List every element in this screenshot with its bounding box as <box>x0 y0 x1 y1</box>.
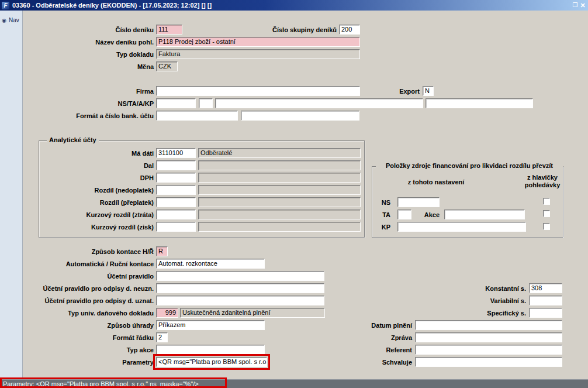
format-radku-label: Formát řádku <box>23 334 154 342</box>
referent-label: Referent <box>339 346 412 354</box>
kurzovy-rozdil-ztrata-label: Kurzový rozdíl (ztráta) <box>47 211 154 219</box>
nazev-deniku-label: Název deníku pohl. <box>23 39 154 46</box>
ucetni-pravidlo-uznat-label: Účetní pravidlo pro odpisy d. uznat. <box>23 297 154 305</box>
schvaluje-label: Schvaluje <box>339 359 412 366</box>
format-radku-field[interactable]: 2 <box>156 332 168 342</box>
ucetni-pravidlo-field[interactable] <box>156 271 324 281</box>
ma-dati-account-field[interactable]: 3110100 <box>156 148 196 158</box>
dal-account-field[interactable] <box>156 160 196 170</box>
ns-field[interactable] <box>397 197 440 207</box>
col-z-hlavicky-label-line2: pohledávky <box>520 181 565 189</box>
dph-label: DPH <box>47 174 154 182</box>
datum-plneni-field[interactable] <box>415 320 562 330</box>
col-z-hlavicky-label-line1: z hlavičky <box>520 174 565 181</box>
referent-field[interactable] <box>415 345 562 355</box>
ma-dati-name-field: Odběratelé <box>198 148 361 158</box>
firma-field[interactable] <box>156 86 360 96</box>
kurzovy-rozdil-ztrata-name-field <box>198 210 361 219</box>
schvaluje-field[interactable] <box>415 357 562 367</box>
dph-account-field[interactable] <box>156 173 196 183</box>
rozdil-preplatek-label: Rozdíl (přeplatek) <box>47 199 154 207</box>
kurzovy-rozdil-zisk-account-field[interactable] <box>156 222 196 232</box>
akce-field[interactable] <box>444 210 525 219</box>
dal-label: Dal <box>47 162 154 170</box>
parametry-field[interactable]: <QR msg="Platba pro BBM spol. s r.o." <box>156 357 267 367</box>
typ-akce-field[interactable] <box>156 345 265 355</box>
typ-univ-dokladu-name-field: Uskutečněná zdanitelná plnění <box>180 308 325 318</box>
kontace-field[interactable]: Automat. rozkontace <box>156 259 265 269</box>
kurzovy-rozdil-ztrata-account-field[interactable] <box>156 210 196 219</box>
rozdil-preplatek-account-field[interactable] <box>156 197 196 207</box>
polozky-zdroje-title: Položky zdroje financování pro likvidaci… <box>376 162 563 170</box>
format-bank-uctu-field-1[interactable] <box>156 111 238 121</box>
titlebar: F 03360 - Odběratelské deníky (EKODDEN) … <box>0 0 588 11</box>
nazev-deniku-field[interactable]: P118 Prodej zboží - ostatní <box>156 37 360 47</box>
ns-prevzit-checkbox[interactable] <box>543 198 550 205</box>
konstantni-s-label: Konstantní s. <box>456 285 526 293</box>
window-title: 03360 - Odběratelské deníky (EKODDEN) - … <box>12 2 212 9</box>
dal-name-field <box>198 160 361 170</box>
ta-prevzit-checkbox[interactable] <box>543 210 550 217</box>
datum-plneni-label: Datum plnění <box>339 322 412 329</box>
kurzovy-rozdil-zisk-name-field <box>198 222 361 232</box>
zpusob-kontace-field[interactable]: R <box>156 246 168 256</box>
konstantni-s-field[interactable]: 308 <box>529 283 562 293</box>
typ-univ-dokladu-label: Typ univ. daňového dokladu <box>23 310 154 317</box>
ns-ta-a-kp-label: NS/TA/A/KP <box>23 100 154 108</box>
ns-ta-a-kp-field-4[interactable] <box>426 98 533 108</box>
kp-label: KP <box>368 224 390 231</box>
analyticke-ucty-title: Analytické účty <box>47 136 99 144</box>
akce-label: Akce <box>409 211 440 219</box>
cislo-skupiny-deniku-label: Číslo skupiny deníků <box>251 26 337 34</box>
statusbar-text: Parametry: <QR msg="Platba pro BBM spol.… <box>3 380 199 387</box>
zpusob-uhrady-field[interactable]: Příkazem <box>156 320 265 330</box>
app-icon: F <box>2 2 9 9</box>
ucetni-pravidlo-neuzn-field[interactable] <box>156 283 324 293</box>
col-z-tohoto-nastaveni-label: z tohoto nastavení <box>387 178 485 186</box>
kurzovy-rozdil-zisk-label: Kurzový rozdíl (zisk) <box>47 224 154 231</box>
rozdil-preplatek-name-field <box>198 197 361 207</box>
variabilni-s-label: Variabilní s. <box>456 297 526 305</box>
typ-akce-label: Typ akce <box>23 346 154 354</box>
variabilni-s-field[interactable] <box>529 296 562 305</box>
export-field[interactable]: N <box>423 86 434 96</box>
kontace-label: Automatická / Ruční kontace <box>23 260 154 268</box>
ucetni-pravidlo-label: Účetní pravidlo <box>23 273 154 280</box>
zprava-field[interactable] <box>415 332 562 342</box>
mena-label: Měna <box>23 63 154 71</box>
sidebar: ◉ Nav <box>0 11 23 379</box>
typ-dokladu-label: Typ dokladu <box>23 51 154 59</box>
ucetni-pravidlo-neuzn-label: Účetní pravidlo pro odpisy d. neuzn. <box>23 285 154 293</box>
zpusob-kontace-label: Způsob kontace H/Ř <box>23 248 154 256</box>
rozdil-nedoplatek-label: Rozdíl (nedoplatek) <box>47 187 154 194</box>
rozdil-nedoplatek-account-field[interactable] <box>156 185 196 195</box>
ns-ta-a-kp-field-3[interactable] <box>215 98 423 108</box>
cislo-skupiny-deniku-field[interactable]: 200 <box>339 25 360 35</box>
ta-label: TA <box>368 211 390 219</box>
nav-icon: ◉ <box>2 17 6 24</box>
dph-name-field <box>198 173 361 183</box>
specificky-s-field[interactable] <box>529 308 562 318</box>
ucetni-pravidlo-uznat-field[interactable] <box>156 296 324 305</box>
kp-prevzit-checkbox[interactable] <box>543 223 550 230</box>
zpusob-uhrady-label: Způsob úhrady <box>23 322 154 329</box>
mena-field: CZK <box>156 61 178 71</box>
export-label: Export <box>368 88 420 95</box>
application-window: F 03360 - Odběratelské deníky (EKODDEN) … <box>0 0 588 388</box>
format-bank-uctu-field-2[interactable] <box>241 111 359 121</box>
ns-ta-a-kp-field-2[interactable] <box>199 98 213 108</box>
specificky-s-label: Specifický s. <box>456 310 526 317</box>
format-bank-uctu-label: Formát a číslo bank. účtu <box>23 112 154 120</box>
sidebar-item-nav[interactable]: Nav <box>9 17 19 23</box>
cislo-deniku-field[interactable]: 111 <box>156 25 182 35</box>
restore-button[interactable]: ❐ <box>571 1 579 9</box>
rozdil-nedoplatek-name-field <box>198 185 361 195</box>
firma-label: Firma <box>23 88 154 95</box>
close-button[interactable]: ✕ <box>579 1 587 9</box>
typ-dokladu-field: Faktura <box>156 49 360 59</box>
typ-univ-dokladu-code-field[interactable]: 999 <box>156 308 178 318</box>
parametry-label: Parametry <box>23 359 154 366</box>
ns-ta-a-kp-field-1[interactable] <box>156 98 196 108</box>
zprava-label: Zpráva <box>339 334 412 342</box>
kp-field[interactable] <box>397 222 526 232</box>
